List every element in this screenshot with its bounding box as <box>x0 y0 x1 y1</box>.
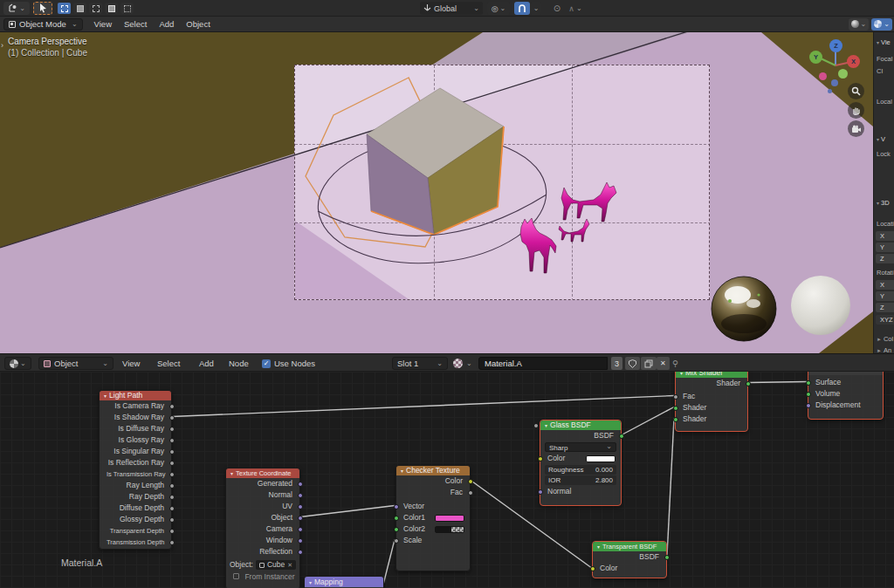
location-y-field[interactable]: Y <box>876 243 894 252</box>
from-instancer-row[interactable]: From Instancer <box>226 571 299 583</box>
socket-row[interactable]: Generated <box>226 478 299 489</box>
location-z-field[interactable]: Z <box>876 254 894 263</box>
dog-model-large[interactable] <box>520 218 556 273</box>
node-glass-bsdf[interactable]: ▾Glass BSDF BSDF Sharp⌄ Color Roughness0… <box>540 420 622 506</box>
select-mode-intersect-button[interactable] <box>120 3 134 14</box>
unlink-material-button[interactable]: ✕ <box>657 357 670 370</box>
editor-type-button[interactable]: ⌄ <box>3 2 30 15</box>
node-menu-select[interactable]: Select <box>157 357 180 370</box>
color1-swatch[interactable] <box>435 515 464 523</box>
menu-view[interactable]: View <box>88 18 118 31</box>
socket-row[interactable]: BSDF <box>593 551 666 563</box>
panel-view-lock-header[interactable]: ▾V <box>877 135 894 143</box>
socket-row[interactable]: Normal <box>540 486 621 497</box>
socket-row[interactable]: Glossy Depth <box>100 514 171 525</box>
zoom-view-button[interactable] <box>848 83 864 99</box>
dog-model-small[interactable] <box>559 219 589 242</box>
close-icon[interactable]: ✕ <box>287 560 292 570</box>
pan-view-button[interactable] <box>848 102 864 119</box>
cube-object[interactable] <box>367 88 504 235</box>
menu-object[interactable]: Object <box>180 18 216 31</box>
select-mode-extend-button[interactable] <box>73 3 86 14</box>
glass-color-swatch[interactable] <box>586 455 615 463</box>
snap-settings-dropdown[interactable]: ⌄ <box>531 2 541 15</box>
object-mode-dropdown[interactable]: Object Mode ⌄ <box>3 18 83 31</box>
socket-row[interactable]: Shader <box>676 402 747 414</box>
object-picker-field[interactable]: Cube ✕ <box>256 560 296 570</box>
socket-row[interactable]: Transmission Depth <box>100 537 171 548</box>
material-users-button[interactable]: 3 <box>611 357 622 370</box>
location-x-field[interactable]: X <box>876 231 894 241</box>
socket-row[interactable]: Fac <box>676 391 747 402</box>
pin-button[interactable]: ⚲ <box>672 357 678 370</box>
socket-row[interactable]: Reflection <box>226 546 299 557</box>
roughness-field[interactable]: Roughness0.000 <box>545 465 616 475</box>
toolbar-flyout-icon[interactable]: › <box>1 41 3 50</box>
editor-type-shader-button[interactable]: ⌄ <box>4 357 31 370</box>
node-texture-coordinate[interactable]: ▾Texture Coordinate Generated Normal UV … <box>225 468 300 588</box>
new-material-button[interactable] <box>641 357 657 370</box>
node-menu-node[interactable]: Node <box>229 357 249 370</box>
menu-select[interactable]: Select <box>118 18 153 31</box>
node-material-output[interactable]: Surface Volume Displacement <box>808 372 884 420</box>
fake-user-button[interactable] <box>625 357 640 370</box>
node-checker-texture-header[interactable]: ▾Checker Texture <box>396 466 470 475</box>
gizmo-neg-z-axis[interactable] <box>831 79 838 86</box>
rotation-z-field[interactable]: Z <box>876 303 894 312</box>
panel-view-header[interactable]: ▾Vie <box>877 38 894 46</box>
node-mapping[interactable]: ▾Mapping <box>304 576 384 588</box>
gizmo-z-axis[interactable]: Z <box>829 39 842 52</box>
socket-row[interactable]: Normal <box>226 489 299 501</box>
node-transparent-bsdf-header[interactable]: ▾Transparent BSDF <box>593 542 666 551</box>
dog-model-right[interactable] <box>561 182 616 222</box>
node-mix-shader[interactable]: ▾Mix Shader Shader Fac Shader Shader <box>675 372 748 432</box>
socket-row[interactable]: Scale <box>396 535 470 546</box>
gizmo-y-axis[interactable]: Y <box>809 51 822 64</box>
pivot-point-dropdown[interactable]: ◎ ⌄ <box>487 2 510 15</box>
socket-row[interactable]: Color <box>593 563 666 574</box>
material-name-field[interactable]: Material.A <box>478 357 608 370</box>
node-mix-shader-header[interactable]: ▾Mix Shader <box>676 372 747 378</box>
socket-row[interactable]: Vector <box>396 501 470 512</box>
proportional-editing-button[interactable]: ⊙ <box>550 2 564 15</box>
socket-row[interactable]: Transparent Depth <box>100 525 171 537</box>
node-mapping-header[interactable]: ▾Mapping <box>305 577 383 587</box>
select-mode-set-button[interactable] <box>58 3 71 14</box>
use-nodes-checkbox[interactable]: ✓ Use Nodes <box>262 357 315 370</box>
proportional-falloff-dropdown[interactable]: ∧ ⌄ <box>565 2 586 15</box>
socket-row[interactable]: BSDF <box>540 430 621 441</box>
socket-row[interactable]: Is Diffuse Ray <box>100 423 171 434</box>
gizmo-x-axis[interactable]: X <box>847 55 860 68</box>
socket-row[interactable]: Ray Depth <box>100 491 171 503</box>
node-glass-bsdf-header[interactable]: ▾Glass BSDF <box>540 420 621 430</box>
socket-row[interactable]: Color1 <box>396 512 470 523</box>
panel-collections-header[interactable]: ►Col <box>877 335 894 343</box>
gizmo-neg-x-axis[interactable] <box>819 72 827 80</box>
socket-row[interactable]: Color2 <box>396 523 470 535</box>
socket-row[interactable]: Shader <box>676 378 747 389</box>
material-browse-button[interactable]: ⌄ <box>453 357 472 370</box>
node-canvas[interactable]: ▾Light Path Is Camera Ray Is Shadow Ray … <box>0 372 894 588</box>
socket-row[interactable]: Shader <box>676 414 747 425</box>
rotation-x-field[interactable]: X <box>876 280 894 290</box>
socket-row[interactable]: Is Shadow Ray <box>100 412 171 423</box>
snap-toggle-button[interactable] <box>514 2 530 15</box>
camera-view-button[interactable] <box>848 120 864 137</box>
shading-rendered-button[interactable]: ⌄ <box>871 18 892 31</box>
node-light-path-header[interactable]: ▾Light Path <box>100 391 171 400</box>
node-menu-view[interactable]: View <box>122 357 140 370</box>
menu-add[interactable]: Add <box>153 18 180 31</box>
socket-row[interactable]: UV <box>226 501 299 512</box>
active-tool-select-box-button[interactable] <box>33 2 52 15</box>
socket-row[interactable]: Volume <box>808 388 883 400</box>
socket-row[interactable]: Camera <box>226 523 299 535</box>
node-checker-texture[interactable]: ▾Checker Texture Color Fac Vector Color1… <box>395 465 471 571</box>
socket-row[interactable]: Window <box>226 535 299 546</box>
gizmo-neg-y-axis[interactable] <box>838 69 848 79</box>
shading-material-preview-button[interactable]: ⌄ <box>849 18 870 31</box>
slot-dropdown[interactable]: Slot 1 ⌄ <box>392 357 448 370</box>
socket-row[interactable]: Displacement <box>808 400 883 411</box>
transform-orientation-dropdown[interactable]: Global ⌄ <box>420 2 483 15</box>
shader-type-dropdown[interactable]: Object ⌄ <box>38 357 113 370</box>
node-transparent-bsdf[interactable]: ▾Transparent BSDF BSDF Color <box>592 541 667 578</box>
